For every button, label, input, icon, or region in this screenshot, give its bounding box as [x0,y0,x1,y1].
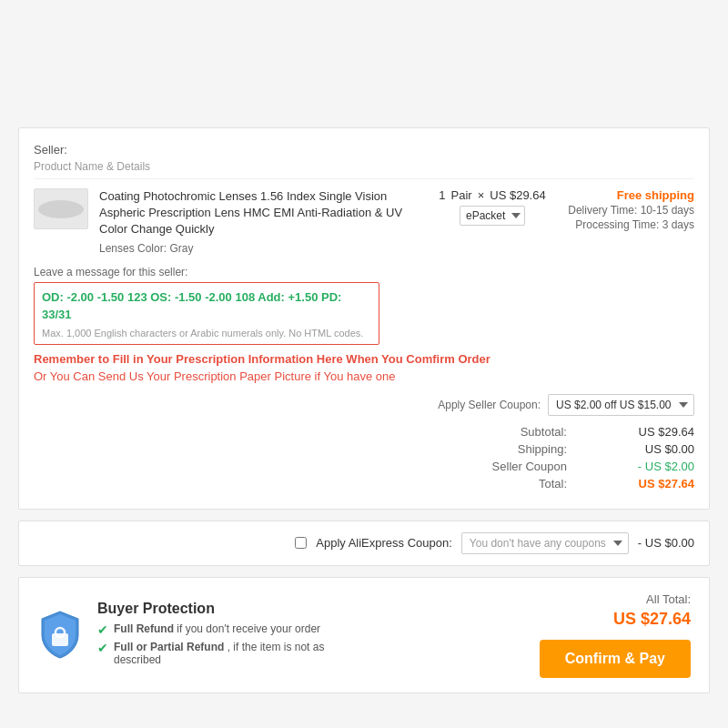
order-section: Seller: Product Name & Details Coating P… [18,127,710,510]
full-refund-bold: Full Refund [114,622,174,635]
delivery-time-value: 10-15 days [641,204,694,217]
svg-rect-0 [52,633,68,646]
protection-item-1-text: Full Refund if you don't receive your or… [114,622,320,635]
subtotal-row: Subtotal: US $29.64 [34,425,694,439]
processing-time-label: Processing Time: [575,218,659,231]
shipping-method-select[interactable]: ePacket [460,206,525,226]
message-hint: Max. 1,000 English characters or Arabic … [42,328,371,339]
delivery-time-label: Delivery Time: [568,204,637,217]
partial-refund-bold: Full or Partial Refund [114,641,224,653]
protection-title: Buyer Protection [97,601,352,617]
total-label: Total: [494,477,567,490]
free-shipping: Free shipping [558,188,694,202]
seller-coupon-value: - US $2.00 [622,460,694,473]
subtotal-label: Subtotal: [494,425,567,439]
shipping-value: US $0.00 [622,442,694,456]
confirm-pay-button[interactable]: Confirm & Pay [540,640,691,678]
protection-item-2: ✔ Full or Partial Refund , if the item i… [97,641,352,666]
aliexpress-coupon-section: Apply AliExpress Coupon: You don't have … [18,521,710,566]
coupon-row: Apply Seller Coupon: US $2.00 off US $15… [34,394,694,416]
processing-time-value: 3 days [662,218,694,231]
unit-label: Pair [451,188,472,202]
total-value: US $27.64 [622,477,694,490]
protection-item-1: ✔ Full Refund if you don't receive your … [97,622,352,637]
color-value: Gray [169,242,193,255]
buyer-protection-bar: Buyer Protection ✔ Full Refund if you do… [18,577,710,693]
message-textarea-wrapper: OD: -2.00 -1.50 123 OS: -1.50 -2.00 108 … [34,282,379,345]
all-total-value: US $27.64 [540,610,691,629]
seller-label: Seller: [34,143,67,157]
aliexpress-coupon-checkbox[interactable] [295,537,307,549]
product-header: Product Name & Details [34,160,694,179]
message-text[interactable]: OD: -2.00 -1.50 123 OS: -1.50 -2.00 108 … [42,288,371,324]
seller-row: Seller: [34,143,694,157]
seller-coupon-label: Seller Coupon [492,460,567,473]
aliexpress-coupon-label: Apply AliExpress Coupon: [316,536,452,550]
price-summary: Subtotal: US $29.64 Shipping: US $0.00 S… [34,425,694,490]
lens-image [38,200,84,218]
product-qty-price: 1 Pair × US $29.64 ePacket [438,188,547,226]
check-icon-2: ✔ [97,641,108,655]
product-name: Coating Photochromic Lenses 1.56 Index S… [99,188,427,238]
shipping-info: Free shipping Delivery Time: 10-15 days … [558,188,694,231]
subtotal-value: US $29.64 [622,425,694,439]
qty-price-row: 1 Pair × US $29.64 [439,188,545,202]
product-info: Coating Photochromic Lenses 1.56 Index S… [99,188,427,255]
shipping-row: Shipping: US $0.00 [34,442,694,456]
protection-right: All Total: US $27.64 Confirm & Pay [540,592,691,678]
message-label: Leave a message for this seller: [34,266,694,278]
quantity-value: 1 [439,188,445,202]
protection-text: Buyer Protection ✔ Full Refund if you do… [97,601,352,670]
protection-left: Buyer Protection ✔ Full Refund if you do… [37,601,352,670]
protection-item-2-text: Full or Partial Refund , if the item is … [114,641,352,666]
product-image [34,188,88,229]
aliexpress-coupon-select[interactable]: You don't have any coupons [461,532,629,554]
coupon-select[interactable]: US $2.00 off US $15.00 [548,394,694,416]
message-section: Leave a message for this seller: OD: -2.… [34,266,694,345]
shield-icon [37,610,83,660]
all-total-label: All Total: [540,592,691,606]
aliexpress-coupon-amount: - US $0.00 [638,536,694,550]
product-price: US $29.64 [490,188,545,202]
reminder-text-1: Remember to Fill in Your Prescription In… [34,352,694,366]
total-row: Total: US $27.64 [34,477,694,490]
product-color: Lenses Color: Gray [99,242,427,255]
multiply-sign: × [478,188,485,202]
seller-coupon-row: Seller Coupon - US $2.00 [34,460,694,473]
delivery-time: Delivery Time: 10-15 days [558,204,694,217]
check-icon-1: ✔ [97,622,108,637]
coupon-label: Apply Seller Coupon: [438,399,541,411]
shipping-label: Shipping: [494,442,567,456]
product-row: Coating Photochromic Lenses 1.56 Index S… [34,188,694,255]
full-refund-text: if you don't receive your order [177,622,320,635]
processing-time: Processing Time: 3 days [558,218,694,231]
reminder-text-2: Or You Can Send Us Your Prescription Pap… [34,369,694,383]
color-label: Lenses Color: [99,242,167,255]
